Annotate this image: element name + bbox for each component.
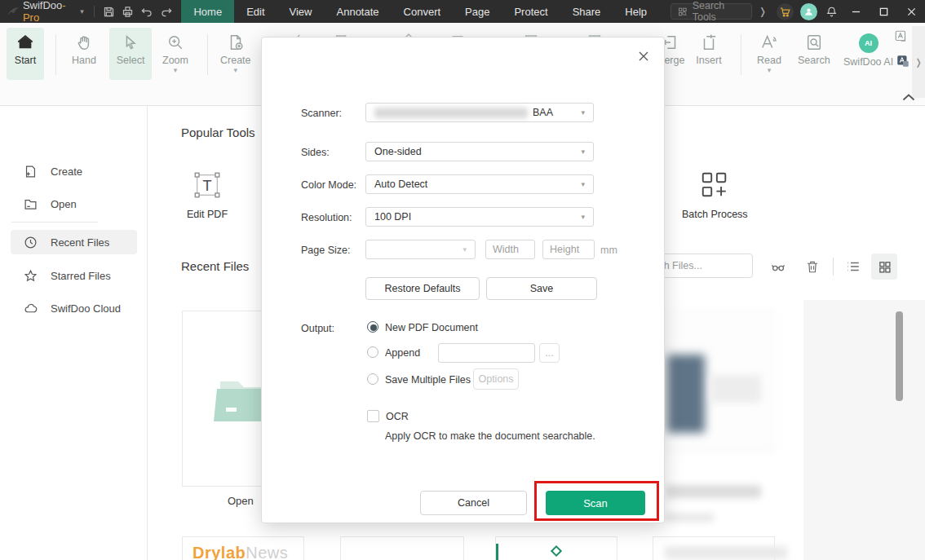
color-mode-value: Auto Detect [374,179,427,190]
unit-label: mm [600,245,617,256]
ocr-label: OCR [386,411,409,422]
search-tools-placeholder: Search Tools [693,0,745,23]
height-placeholder: Height [550,244,579,255]
sides-label: Sides: [301,147,330,158]
resolution-select[interactable]: 100 DPI ▾ [365,207,594,227]
scanner-value: BAA [533,107,553,118]
sidebar-item-starred-files[interactable]: Starred Files [11,263,137,288]
grid-view-button[interactable] [871,254,897,280]
options-button[interactable]: Options [473,368,519,390]
page-size-select[interactable]: ▾ [365,240,476,259]
tool-label: Batch Process [682,209,748,220]
tool-insert[interactable]: Insert [690,28,728,80]
svg-text:T: T [202,178,211,194]
dropdown-caret-icon: ▾ [174,68,178,73]
popular-tools-heading: Popular Tools [181,126,255,139]
menu-protect[interactable]: Protect [502,0,560,23]
recent-file-card-drylab[interactable]: DrylabNews [182,536,304,560]
scanner-select[interactable]: BAA ▾ [365,103,594,122]
recent-file-card-blank[interactable] [340,536,464,560]
dropdown-caret-icon: ▾ [581,108,585,117]
radio-save-multiple-files[interactable] [367,373,378,385]
width-input[interactable]: Width [485,240,535,259]
tool-start[interactable]: Start [7,28,44,80]
restore-defaults-button[interactable]: Restore Defaults [365,277,480,300]
undo-icon[interactable] [138,2,157,20]
menu-annotate[interactable]: Annotate [325,0,392,23]
star-icon [24,269,38,283]
account-avatar[interactable] [800,3,817,20]
tool-hand[interactable]: Hand [65,28,103,80]
tool-search[interactable]: Search [793,28,835,80]
tool-swifdoo-ai[interactable]: AI SwifDoo AI [839,28,898,80]
collapse-toolbar-icon[interactable] [902,90,915,104]
menu-edit[interactable]: Edit [234,0,277,23]
minimize-button[interactable] [842,0,870,23]
sidebar-item-label: Create [51,165,82,178]
sidebar-item-label: Open [51,198,77,210]
sidebar-item-create[interactable]: Create [11,159,137,183]
recent-file-card-diamond[interactable] [495,536,617,560]
scanner-label: Scanner: [301,108,342,119]
sidebar-item-recent-files[interactable]: Recent Files [11,230,137,254]
menu-convert[interactable]: Convert [392,0,454,23]
trash-icon[interactable] [803,258,821,276]
toolbar-expand-strip[interactable]: ❭ [912,26,925,98]
ocr-checkbox[interactable] [367,410,379,422]
open-card-label: Open [228,495,254,507]
tool-select[interactable]: Select [109,28,152,80]
close-window-button[interactable] [897,0,925,23]
cancel-button[interactable]: Cancel [420,491,527,515]
grid-view-icon [878,260,892,274]
radio-label: Save Multiple Files [385,374,471,386]
divider [833,258,834,276]
menu-help[interactable]: Help [613,0,659,23]
search-tools-box[interactable]: Search Tools [671,3,752,20]
store-cart-icon[interactable] [777,3,794,20]
tool-create[interactable]: Create ▾ [215,28,256,80]
menu-share[interactable]: Share [560,0,613,23]
maximize-button[interactable] [870,0,897,23]
sidebar-item-swifdoo-cloud[interactable]: SwifDoo Cloud [11,296,137,320]
insert-icon [700,33,718,51]
close-dialog-icon[interactable] [636,49,651,64]
list-view-icon[interactable] [844,258,862,276]
notifications-bell-icon[interactable] [821,2,842,20]
app-menu-caret-icon[interactable]: ▾ [80,7,84,15]
tool-label: SwifDoo AI [843,56,893,68]
tool-zoom[interactable]: Zoom ▾ [157,28,194,80]
home-icon [16,33,34,51]
chevron-right-icon[interactable]: ❭ [752,6,773,17]
print-icon[interactable] [118,2,137,20]
sidebar-item-open[interactable]: Open [11,192,137,216]
recent-files-heading: Recent Files [181,259,249,273]
sides-select[interactable]: One-sided ▾ [365,142,594,161]
tool-read[interactable]: Read ▾ [750,28,788,80]
translate-filled-icon[interactable] [896,54,910,72]
menu-page[interactable]: Page [453,0,502,23]
vertical-scrollbar[interactable] [896,311,903,401]
create-file-icon [227,33,245,51]
browse-button[interactable]: ... [539,343,560,363]
color-mode-select[interactable]: Auto Detect ▾ [365,174,594,194]
radio-append[interactable] [367,346,378,358]
save-icon[interactable] [100,2,118,20]
translate-outline-icon[interactable] [894,29,909,47]
save-settings-button[interactable]: Save [486,277,597,300]
page-size-label: Page Size: [301,245,350,256]
menu-home[interactable]: Home [181,0,234,23]
resolution-label: Resolution: [301,212,352,223]
append-file-input[interactable] [438,343,535,363]
height-input[interactable]: Height [542,240,595,259]
reading-glasses-icon[interactable] [769,258,787,276]
tool-batch-process[interactable]: Batch Process [682,170,748,220]
divider [55,34,56,75]
redo-icon[interactable] [157,2,175,20]
tool-label: Insert [696,55,721,66]
search-document-icon [805,33,823,51]
dropdown-caret-icon: ▾ [581,148,585,156]
ai-badge-icon: AI [859,33,879,53]
menu-view[interactable]: View [277,0,325,23]
tool-edit-pdf[interactable]: T Edit PDF [187,170,228,220]
radio-new-pdf-document[interactable] [367,321,378,333]
